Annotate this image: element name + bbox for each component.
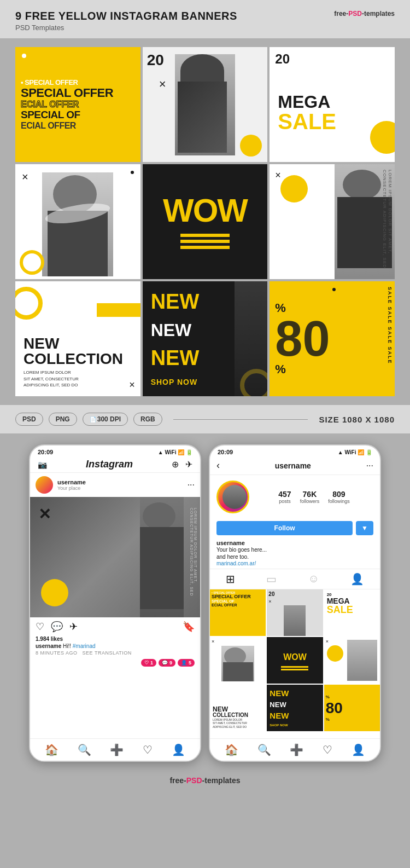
banner-6-side-text: LOREM IPSUM DOLOR SIT AMET, CONSECTETUR … bbox=[382, 170, 393, 279]
bookmark-icon[interactable]: 🔖 bbox=[183, 621, 195, 633]
special-offer-line-1: • SPECIAL OFFER bbox=[21, 79, 135, 86]
post-user-info: username Your place bbox=[57, 479, 183, 491]
banner-collection-text: COLLECTION bbox=[24, 351, 132, 367]
post-header: username Your place ··· bbox=[30, 473, 200, 497]
grid-item-9: % 80 % bbox=[324, 685, 380, 731]
phones-section: 20:09 ▲ WiFi 📶 🔋 📷 Instagram ⊕ ✈ usernam… bbox=[0, 433, 410, 767]
profile-more-icon[interactable]: ··· bbox=[366, 461, 373, 471]
profile-username: username bbox=[275, 461, 311, 470]
home-icon[interactable]: 🏠 bbox=[45, 743, 58, 756]
banner-mega-sale: 20 MEGA SALE bbox=[270, 47, 395, 162]
wow-line-2 bbox=[180, 240, 230, 243]
badge-dpi: 📄 300 DPI bbox=[83, 413, 128, 426]
post-cross: ✕ bbox=[38, 505, 51, 523]
wow-line-1 bbox=[180, 234, 230, 237]
left-bottom-nav: 🏠 🔍 ➕ ♡ 👤 bbox=[30, 738, 200, 761]
grid-item-4: × bbox=[210, 637, 266, 684]
phone-left: 20:09 ▲ WiFi 📶 🔋 📷 Instagram ⊕ ✈ usernam… bbox=[29, 444, 201, 762]
share-icon[interactable]: ✈ bbox=[69, 621, 78, 633]
size-text: SIZE 1080 X 1080 bbox=[319, 415, 395, 424]
stat-posts: 457 posts bbox=[278, 490, 291, 504]
stat-following: 809 followings bbox=[328, 490, 350, 504]
post-time: 8 MINUTES AGO SEE TRANSLATION bbox=[30, 650, 200, 657]
following-count: 809 bbox=[332, 490, 345, 499]
home-icon-right[interactable]: 🏠 bbox=[225, 743, 238, 756]
profile-grid: • SPECIAL OFFER SPECIAL OFFER SPECIAL OF… bbox=[210, 589, 380, 731]
badge-psd: PSD bbox=[15, 413, 43, 426]
following-label: followings bbox=[328, 499, 350, 504]
profile-stats: 457 posts 76K followers 809 followings bbox=[255, 490, 373, 504]
followers-count: 76K bbox=[303, 490, 317, 499]
follow-row: Follow ▼ bbox=[210, 519, 380, 537]
post-actions: ♡ 💬 ✈ 🔖 bbox=[30, 617, 200, 636]
portrait-tab[interactable]: ▭ bbox=[266, 572, 277, 586]
post-image-content: ✕ LOREM IPSUM DOLOR SIT AMET, CONSECTETU… bbox=[30, 497, 200, 617]
banner-lorem-text: LOREM IPSUM DOLORSIT AMET, CONSECTETURAD… bbox=[24, 369, 132, 388]
person-notif: 👤 5 bbox=[178, 659, 195, 667]
banner-4-ring bbox=[20, 250, 44, 275]
post-likes: 1.984 likes bbox=[30, 636, 200, 643]
banner-wow-lines bbox=[180, 234, 230, 249]
page-footer: free-PSD-templates bbox=[0, 767, 410, 794]
special-offer-line-2: SPECIAL OFFER bbox=[21, 86, 135, 100]
grid-item-2: 20 × bbox=[267, 589, 323, 636]
banner-new-new: NEW NEW NEW SHOP NOW bbox=[143, 281, 268, 396]
send-icon[interactable]: ✈ bbox=[185, 459, 192, 470]
comment-notif: 💬 9 bbox=[159, 659, 175, 667]
banner-7-curve bbox=[15, 287, 43, 320]
bio-line1: Your bio goes here... bbox=[216, 546, 373, 553]
banner-2-cross: × bbox=[159, 77, 166, 91]
caption-hashtag: #marinad bbox=[73, 643, 96, 649]
banner-special-offer: • SPECIAL OFFER SPECIAL OFFER ECIAL OFFE… bbox=[15, 47, 140, 162]
mini-wow: WOW bbox=[281, 650, 309, 664]
post-yellow-blob bbox=[41, 579, 68, 606]
see-translation[interactable]: SEE TRANSLATION bbox=[83, 650, 132, 656]
wow-line-3 bbox=[180, 246, 230, 249]
heart-nav-icon[interactable]: ♡ bbox=[143, 743, 153, 756]
follow-button[interactable]: Follow bbox=[216, 521, 353, 535]
post-more-icon[interactable]: ··· bbox=[188, 480, 195, 490]
notifications: ♡ 1 💬 9 👤 5 bbox=[30, 657, 200, 669]
badge-png: PNG bbox=[49, 413, 77, 426]
like-icon[interactable]: ♡ bbox=[36, 621, 44, 633]
banner-mega-text: MEGA bbox=[278, 93, 386, 111]
grid-item-7: NEW COLLECTION LOREM IPSUM DOLORSIT AMET… bbox=[210, 685, 266, 731]
right-bottom-nav: 🏠 🔍 ➕ ♡ 👤 bbox=[210, 738, 380, 761]
profile-icon[interactable]: 👤 bbox=[172, 743, 185, 756]
left-time: 20:09 bbox=[38, 449, 53, 455]
search-icon[interactable]: 🔍 bbox=[78, 743, 91, 756]
posts-label: posts bbox=[279, 499, 291, 504]
banner-6-cross: × bbox=[275, 170, 281, 181]
page-header: 9 FREE YELLOW INSTAGRAM BANNERS PSD Temp… bbox=[0, 0, 410, 38]
left-status-bar: 20:09 ▲ WiFi 📶 🔋 bbox=[30, 445, 200, 456]
format-section: PSD PNG 📄 300 DPI RGB SIZE 1080 X 1080 bbox=[0, 405, 410, 433]
comment-icon[interactable]: 💬 bbox=[51, 621, 63, 633]
left-status-icons: ▲ WiFi 📶 🔋 bbox=[158, 449, 192, 455]
bio-link[interactable]: marinad.com.ar/ bbox=[216, 560, 373, 566]
heart-icon-right[interactable]: ♡ bbox=[323, 743, 332, 756]
inbox-icon[interactable]: ⊕ bbox=[172, 459, 179, 470]
banner-sale-text: SALE bbox=[278, 111, 386, 132]
grid-item-3: 20 MEGA SALE bbox=[324, 589, 380, 636]
post-avatar bbox=[36, 476, 53, 494]
reels-tab[interactable]: 👤 bbox=[350, 572, 364, 586]
grid-item-6: × bbox=[324, 637, 380, 684]
insta-header: 📷 Instagram ⊕ ✈ bbox=[30, 456, 200, 473]
add-icon[interactable]: ➕ bbox=[110, 743, 124, 756]
back-icon[interactable]: ‹ bbox=[216, 460, 220, 471]
follow-dropdown[interactable]: ▼ bbox=[356, 521, 373, 535]
post-side-text: LOREM IPSUM DOLOR SIT AMET, CONSECTETUR … bbox=[190, 508, 197, 617]
search-icon-right[interactable]: 🔍 bbox=[257, 743, 271, 756]
banner-2-num: 20 bbox=[147, 51, 164, 69]
tag-tab[interactable]: ☺ bbox=[308, 572, 319, 586]
post-username: username bbox=[57, 479, 183, 485]
banner-sale-side: SALE SALE SALE SALE bbox=[387, 287, 393, 364]
caption-username: username bbox=[36, 643, 61, 649]
camera-icon[interactable]: 📷 bbox=[38, 460, 47, 469]
add-icon-right[interactable]: ➕ bbox=[290, 743, 303, 756]
time-ago: 8 MINUTES AGO bbox=[36, 650, 78, 656]
special-offer-line-5: ECIAL OFFER bbox=[21, 121, 135, 131]
badge-rgb: RGB bbox=[133, 413, 162, 426]
grid-tab[interactable]: ⊞ bbox=[226, 572, 235, 586]
profile-icon-right[interactable]: 👤 bbox=[352, 743, 365, 756]
